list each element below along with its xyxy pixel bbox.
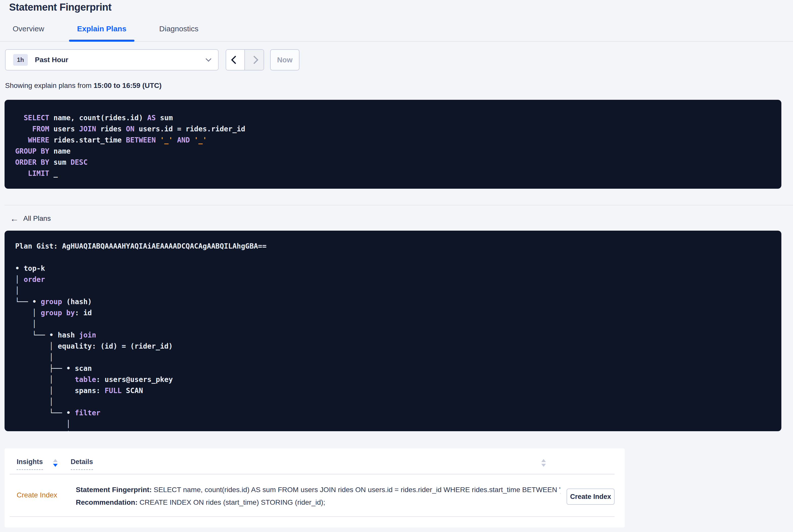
interval-badge: 1h	[13, 54, 28, 66]
section-divider	[4, 205, 793, 205]
sql-query-code: SELECT name, count(rides.id) AS sum FROM…	[15, 112, 771, 179]
tab-bar: Overview Explain Plans Diagnostics	[0, 24, 793, 42]
chevron-right-icon	[250, 56, 259, 64]
sort-icon[interactable]	[541, 459, 546, 467]
tab-explain-plans[interactable]: Explain Plans	[77, 24, 126, 41]
statement-fingerprint-line: Statement Fingerprint: SELECT name, coun…	[76, 483, 561, 496]
sql-statement-box: SELECT name, count(rides.id) AS sum FROM…	[4, 100, 781, 189]
all-plans-label: All Plans	[23, 214, 51, 223]
recommendation-value: CREATE INDEX ON rides (start_time) STORI…	[137, 498, 325, 506]
time-range-label: Past Hour	[35, 56, 68, 64]
showing-range-value: 15:00 to 16:59 (UTC)	[94, 81, 162, 90]
previous-time-button[interactable]	[226, 50, 245, 70]
fingerprint-label: Statement Fingerprint:	[76, 486, 152, 494]
sort-up-triangle	[541, 459, 546, 462]
page-title: Statement Fingerprint	[9, 1, 793, 13]
now-button[interactable]: Now	[270, 49, 300, 71]
sort-down-triangle	[53, 464, 58, 467]
create-index-button[interactable]: Create Index	[567, 489, 615, 505]
column-header-insights[interactable]: Insights	[17, 458, 43, 470]
table-row: Create Index Statement Fingerprint: SELE…	[4, 474, 625, 509]
time-nav-group	[226, 49, 264, 71]
all-plans-back-link[interactable]: ← All Plans	[10, 214, 51, 223]
table-row-divider	[10, 516, 615, 517]
fingerprint-value: SELECT name, count(rides.id) AS sum FROM…	[152, 486, 561, 494]
arrow-left-icon: ←	[10, 215, 19, 222]
showing-prefix: Showing explain plans from	[5, 81, 94, 90]
sort-down-triangle	[541, 464, 546, 467]
sort-up-triangle	[53, 459, 58, 462]
tab-overview[interactable]: Overview	[13, 24, 44, 41]
time-range-dropdown[interactable]: 1h Past Hour	[5, 49, 219, 71]
next-time-button[interactable]	[245, 50, 264, 70]
time-controls: 1h Past Hour Now	[5, 49, 793, 71]
recommendation-label: Recommendation:	[76, 498, 137, 506]
insight-details: Statement Fingerprint: SELECT name, coun…	[76, 483, 561, 509]
insights-table-header: Insights Details	[4, 449, 625, 470]
tab-diagnostics[interactable]: Diagnostics	[159, 24, 199, 41]
create-index-link[interactable]: Create Index	[17, 491, 76, 499]
insights-card: Insights Details Create Index Statement …	[4, 449, 625, 528]
chevron-left-icon	[231, 56, 240, 64]
recommendation-line: Recommendation: CREATE INDEX ON rides (s…	[76, 496, 561, 509]
explain-plan-tree: Plan Gist: AgHUAQIABQAAAAHYAQIAiAEAAAADC…	[15, 241, 771, 431]
chevron-down-icon	[206, 56, 211, 62]
showing-range-text: Showing explain plans from 15:00 to 16:5…	[5, 81, 793, 90]
explain-plan-box: Plan Gist: AgHUAQIABQAAAAHYAQIAiAEAAAADC…	[4, 231, 781, 431]
sort-icon[interactable]	[53, 459, 58, 467]
column-header-details[interactable]: Details	[71, 458, 93, 470]
